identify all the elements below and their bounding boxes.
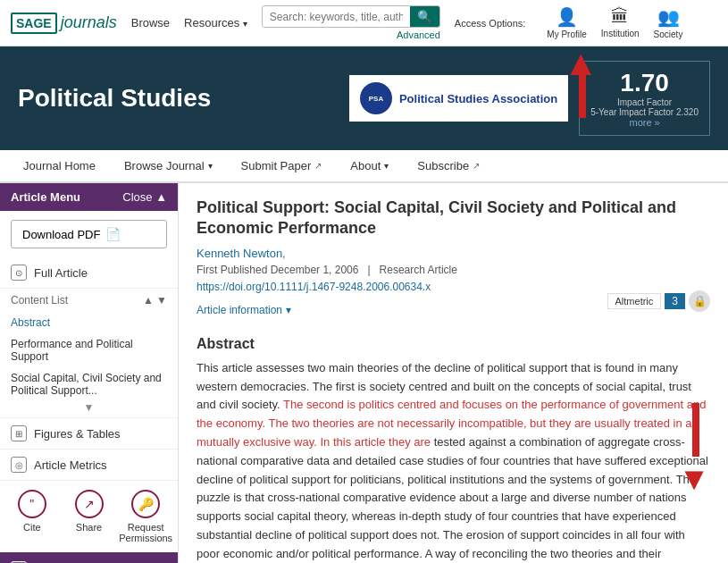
share-icon: ↗: [75, 490, 104, 518]
resources-chevron: ▾: [243, 19, 247, 29]
author-line: Kenneth Newton,: [197, 247, 710, 260]
association-logo: PSA: [360, 82, 392, 114]
logo-area: SAGE journals: [11, 13, 117, 34]
top-nav: SAGE journals Browse Resources ▾ 🔍 Advan…: [0, 0, 728, 46]
access-icons: 👤 My Profile 🏛 Institution 👥 Society: [547, 6, 682, 39]
journal-header: ▲ Political Studies PSA Political Studie…: [0, 46, 728, 150]
secondary-nav: Journal Home Browse Journal ▾ Submit Pap…: [0, 150, 728, 183]
close-button[interactable]: Close ▲: [122, 190, 167, 204]
journals-logo: journals: [61, 13, 117, 32]
my-profile-icon[interactable]: 👤 My Profile: [547, 6, 586, 39]
sage-logo: SAGE: [11, 13, 57, 34]
abstract-text: This article assesses two main theories …: [197, 359, 710, 563]
browse-journal-link[interactable]: Browse Journal ▾: [112, 150, 225, 181]
download-pdf-button[interactable]: Download PDF 📄: [11, 220, 167, 248]
institution-icon[interactable]: 🏛 Institution: [601, 6, 640, 39]
article-type: Research Article: [380, 264, 457, 276]
content-item-abstract[interactable]: Abstract: [0, 312, 178, 333]
society-icon[interactable]: 👥 Society: [654, 6, 683, 39]
author-link[interactable]: Kenneth Newton,: [197, 247, 286, 260]
content-list-label: Content List: [11, 294, 68, 307]
impact-factor-label: Impact Factor: [590, 97, 699, 107]
share-action[interactable]: ↗ Share: [61, 490, 118, 543]
article-content: Political Support: Social Capital, Civil…: [179, 183, 728, 563]
impact-box: 1.70 Impact Factor 5-Year Impact Factor …: [579, 61, 710, 136]
scroll-indicator: ▼: [0, 401, 178, 414]
article-metrics-section[interactable]: ◎ Article Metrics: [0, 449, 178, 480]
nav-links: Browse Resources ▾: [131, 16, 247, 29]
subscribe-link[interactable]: Subscribe ↗: [405, 150, 492, 181]
download-area: ▶ Download PDF 📄: [0, 220, 178, 248]
about-link[interactable]: About ▾: [338, 150, 401, 181]
article-menu-label: Article Menu: [11, 190, 80, 204]
sidebar-actions: " Cite ↗ Share 🔑 Request Permissions: [0, 480, 178, 552]
advanced-search-link[interactable]: Advanced: [262, 29, 440, 40]
article-info-link[interactable]: Article information ▾: [197, 304, 291, 316]
impact-factor-number: 1.70: [590, 69, 699, 97]
down-arrow-area: ▼: [689, 403, 710, 505]
cite-icon: ": [18, 490, 46, 518]
journal-right: PSA Political Studies Association 1.70 I…: [349, 61, 710, 136]
info-row: Article information ▾ Altmetric 3 🔒: [197, 298, 710, 322]
association-name: Political Studies Association: [399, 92, 557, 105]
article-title: Political Support: Social Capital, Civil…: [197, 197, 710, 239]
access-options: Access Options:: [455, 18, 525, 29]
article-metrics-label: Article Metrics: [34, 458, 107, 472]
altmetric-badge: Altmetric 3 🔒: [607, 290, 710, 312]
related-articles-section[interactable]: ≡ Related Articles: [0, 552, 178, 563]
down-arrow: ▼: [678, 453, 710, 505]
five-year-impact: 5-Year Impact Factor 2.320: [590, 107, 699, 117]
article-menu-header: Article Menu Close ▲: [0, 183, 178, 211]
request-permissions-label: Request Permissions: [117, 522, 174, 543]
full-article-item[interactable]: ⊙ Full Article: [0, 257, 178, 289]
altmetric-label: Altmetric: [607, 293, 662, 309]
figures-tables-label: Figures & Tables: [34, 427, 121, 441]
full-article-label: Full Article: [34, 266, 88, 280]
arrow-shaft-down: [692, 403, 699, 457]
journal-title: Political Studies: [18, 84, 211, 113]
lock-icon: 🔒: [689, 290, 710, 312]
search-area: 🔍 Advanced: [262, 5, 440, 40]
resources-link[interactable]: Resources ▾: [184, 16, 247, 29]
content-item-social-capital[interactable]: Social Capital, Civil Society and Politi…: [0, 367, 178, 401]
content-item-performance[interactable]: Performance and Political Support: [0, 333, 178, 367]
content-list-header: Content List ▲ ▼: [0, 289, 178, 312]
figures-icon: ⊞: [11, 425, 27, 441]
altmetric-score: 3: [665, 293, 685, 309]
key-icon: 🔑: [131, 490, 160, 518]
download-pdf-label: Download PDF: [22, 228, 100, 241]
more-link[interactable]: more »: [590, 117, 699, 128]
submit-paper-link[interactable]: Submit Paper ↗: [229, 150, 335, 181]
journal-home-link[interactable]: Journal Home: [11, 150, 108, 181]
search-button[interactable]: 🔍: [410, 6, 439, 27]
cite-action[interactable]: " Cite: [4, 490, 61, 543]
metrics-icon: ◎: [11, 457, 27, 473]
abstract-title: Abstract: [197, 336, 710, 352]
abstract-section: Abstract This article assesses two main …: [197, 336, 710, 563]
doi-link[interactable]: https://doi.org/10.1111/j.1467-9248.2006…: [197, 281, 431, 293]
abstract-body: This article assesses two main theories …: [197, 361, 708, 563]
main-content: Article Menu Close ▲ ▶ Download PDF 📄 ⊙ …: [0, 183, 728, 563]
request-permissions-action[interactable]: 🔑 Request Permissions: [117, 490, 174, 543]
search-bar: 🔍: [262, 5, 440, 28]
assoc-logo-text: PSA: [369, 95, 383, 103]
figures-tables-section[interactable]: ⊞ Figures & Tables: [0, 417, 178, 449]
sidebar: Article Menu Close ▲ ▶ Download PDF 📄 ⊙ …: [0, 183, 179, 563]
browse-link[interactable]: Browse: [131, 16, 170, 29]
search-input[interactable]: [263, 7, 410, 27]
article-meta: First Published December 1, 2006 | Resea…: [197, 264, 710, 276]
pdf-icon: 📄: [105, 227, 121, 241]
association-box: PSA Political Studies Association: [349, 75, 568, 122]
published-date: First Published December 1, 2006: [197, 264, 358, 276]
full-article-icon: ⊙: [11, 265, 27, 281]
share-label: Share: [76, 522, 102, 533]
cite-label: Cite: [23, 522, 41, 533]
